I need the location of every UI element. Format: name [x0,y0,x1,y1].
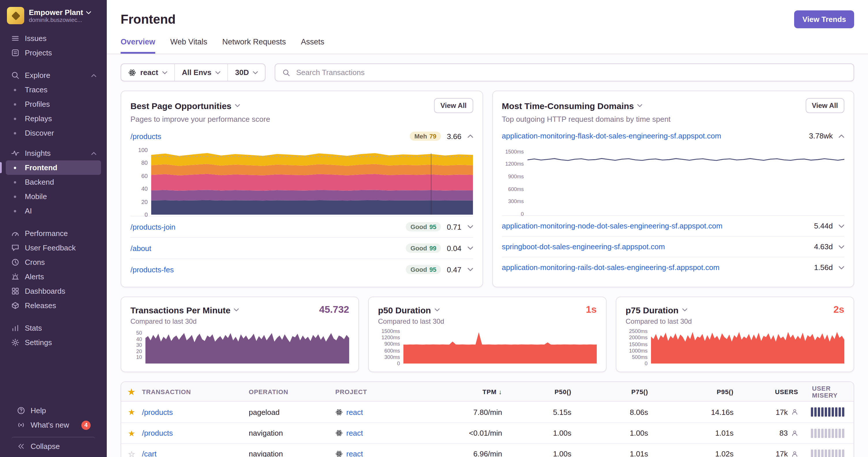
chevron-down-icon[interactable] [839,245,844,249]
domain-row[interactable]: application-monitoring-node-dot-sales-en… [502,215,844,236]
project-cell[interactable]: react [335,408,445,416]
project-filter[interactable]: react [121,64,174,81]
transaction-link[interactable]: /cart [142,450,157,457]
sidebar-section-explore[interactable]: Explore [6,68,101,83]
search-transactions-input[interactable] [295,67,847,77]
project-cell[interactable]: react [335,450,445,457]
chevron-down-icon [682,308,687,312]
sidebar-item-label: Frontend [25,163,57,172]
environment-filter[interactable]: All Envs [174,64,228,81]
sidebar-item-backend[interactable]: Backend [6,175,101,189]
opportunity-row[interactable]: /products-fes Good95 0.47 [130,259,473,280]
sidebar-item-user-feedback[interactable]: User Feedback [6,240,101,255]
sidebar-item-whats-new[interactable]: What's new 4 [11,418,95,432]
chevron-down-icon[interactable] [467,247,473,250]
sidebar-nav: Issues Projects Explore Traces Profiles [0,31,107,457]
sidebar-section-label: Insights [25,149,51,158]
date-range-filter[interactable]: 30D [228,64,265,81]
transaction-link[interactable]: /products [142,429,173,437]
opportunity-row[interactable]: /about Good99 0.04 [130,237,473,259]
col-transaction[interactable]: TRANSACTION [142,388,249,395]
chevron-down-icon[interactable] [839,224,844,228]
col-user-misery[interactable]: USER MISERY [807,385,854,398]
table-row[interactable]: ☆ /cart navigation react 6.96/min 1.00s … [121,443,854,457]
domain-row[interactable]: application-monitoring-rails-dot-sales-e… [502,257,844,278]
opportunity-row[interactable]: /products-join Good95 0.71 [130,216,473,237]
sidebar-item-profiles[interactable]: Profiles [6,97,101,111]
tpm-card-title[interactable]: Transactions Per Minute [130,305,239,315]
stat-subtitle: Compared to last 30d [626,317,844,325]
tab-overview[interactable]: Overview [121,37,155,54]
view-all-button[interactable]: View All [805,98,844,113]
sidebar-item-projects[interactable]: Projects [6,45,101,60]
chevron-up-icon[interactable] [839,134,844,138]
sidebar-item-releases[interactable]: Releases [6,298,101,313]
star-toggle[interactable]: ☆ [121,449,142,457]
table-row[interactable]: ★ /products navigation react <0.01/min 1… [121,422,854,443]
sidebar-item-stats[interactable]: Stats [6,321,101,335]
chevron-up-icon[interactable] [467,134,473,138]
star-toggle[interactable]: ★ [121,407,142,417]
sidebar-collapse-button[interactable]: Collapse [11,437,95,451]
col-users[interactable]: USERS [743,388,807,395]
col-p95[interactable]: P95() [657,388,743,395]
opportunity-row[interactable]: /products Meh79 3.66 [130,126,473,146]
sidebar-section-insights[interactable]: Insights [6,146,101,160]
domain-link[interactable]: springboot-dot-sales-engineering-sf.apps… [502,242,665,251]
project-cell[interactable]: react [335,429,445,437]
domain-link[interactable]: application-monitoring-rails-dot-sales-e… [502,263,719,272]
sidebar-item-mobile[interactable]: Mobile [6,189,101,204]
p95-cell: 14.16s [657,408,743,416]
score-badge: Good95 [406,222,441,231]
p75-card-title[interactable]: p75 Duration [626,305,687,315]
sidebar-item-issues[interactable]: Issues [6,31,101,45]
page-link[interactable]: /products-fes [130,265,174,274]
sidebar-item-crons[interactable]: Crons [6,255,101,269]
sidebar-item-frontend[interactable]: Frontend [6,160,101,175]
col-p75[interactable]: P75() [581,388,657,395]
col-tpm[interactable]: TPM ↓ [445,388,512,395]
sidebar-item-performance[interactable]: Performance [6,226,101,240]
page-link[interactable]: /about [130,244,151,253]
transaction-link[interactable]: /products [142,408,173,416]
star-toggle[interactable]: ★ [121,428,142,438]
card-title-label: p75 Duration [626,305,678,315]
tab-web-vitals[interactable]: Web Vitals [170,37,207,54]
sidebar-item-dashboards[interactable]: Dashboards [6,284,101,298]
col-project[interactable]: PROJECT [335,388,445,395]
domain-link[interactable]: application-monitoring-node-dot-sales-en… [502,222,722,230]
col-p50[interactable]: P50() [512,388,581,395]
sidebar-item-discover[interactable]: Discover [6,126,101,140]
sidebar-item-traces[interactable]: Traces [6,83,101,97]
sidebar-item-ai[interactable]: AI [6,204,101,218]
tab-assets[interactable]: Assets [301,37,324,54]
org-switcher[interactable]: Empower Plant dominik.buszowiec... [0,0,107,31]
best-page-opportunities-card: Best Page Opportunities View All Pages t… [121,91,483,287]
p50-card-title[interactable]: p50 Duration [378,305,439,315]
best-page-opportunities-title[interactable]: Best Page Opportunities [130,101,240,110]
chevron-down-icon [638,104,643,107]
view-all-button[interactable]: View All [434,98,473,113]
sidebar-item-alerts[interactable]: Alerts [6,269,101,284]
sidebar-item-label: Performance [25,229,68,238]
page-link[interactable]: /products [130,132,161,140]
domain-link[interactable]: application-monitoring-flask-dot-sales-e… [502,132,721,140]
view-trends-button[interactable]: View Trends [795,10,854,28]
domain-row[interactable]: springboot-dot-sales-engineering-sf.apps… [502,236,844,257]
sidebar-item-settings[interactable]: Settings [6,335,101,350]
time-consuming-domains-title[interactable]: Most Time-Consuming Domains [502,101,643,110]
search-icon [10,71,20,79]
chevron-down-icon[interactable] [467,225,473,228]
chevron-down-icon[interactable] [467,268,473,271]
sidebar-item-replays[interactable]: Replays [6,111,101,126]
sidebar-section-label: Explore [25,71,50,79]
react-icon [335,408,343,416]
table-row[interactable]: ★ /products pageload react 7.80/min 5.15… [121,402,854,422]
sidebar-item-help[interactable]: Help [11,403,95,418]
domain-row[interactable]: application-monitoring-flask-dot-sales-e… [502,126,844,146]
bullet-icon [10,195,20,198]
page-link[interactable]: /products-join [130,223,176,231]
col-operation[interactable]: OPERATION [249,388,335,395]
chevron-down-icon[interactable] [839,266,844,269]
tab-network-requests[interactable]: Network Requests [222,37,286,54]
